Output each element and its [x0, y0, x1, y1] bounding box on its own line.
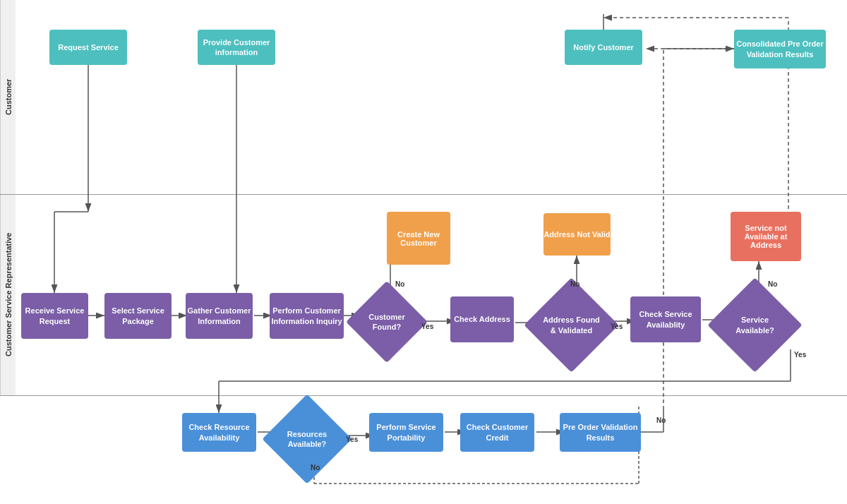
- check-credit-node: Check Customer Credit: [460, 413, 534, 452]
- provide-customer-node: Provide Customer information: [198, 30, 275, 65]
- service-available-node: Service Available?: [721, 292, 788, 359]
- yes-label-2: Yes: [611, 323, 623, 330]
- divider-1: [0, 194, 847, 195]
- divider-2: [0, 395, 847, 396]
- no-label-5: No: [656, 416, 666, 424]
- check-service-node: Check Service Availablity: [630, 296, 701, 342]
- address-found-node: Address Found & Validated: [538, 292, 605, 359]
- request-service-node: Request Service: [49, 30, 127, 65]
- resources-available-node: Resources Available?: [275, 407, 339, 471]
- check-resource-node: Check Resource Availability: [182, 413, 256, 452]
- yes-label-1: Yes: [421, 323, 433, 330]
- swimlane-csr: Customer Service Representative: [0, 194, 16, 395]
- perform-service-node: Perform Service Portability: [369, 413, 443, 452]
- service-not-available-node: Service not Available at Address: [731, 212, 801, 261]
- no-label-3: No: [311, 464, 320, 472]
- yes-label-4: Yes: [794, 351, 806, 359]
- no-label-4: No: [768, 280, 777, 288]
- yes-label-3: Yes: [346, 436, 358, 443]
- consolidated-pre-order-node: Consolidated Pre Order Validation Result…: [734, 30, 826, 68]
- no-label-2: No: [570, 280, 579, 288]
- create-new-customer-node: Create New Customer: [387, 212, 450, 265]
- perform-customer-node: Perform Customer Information Inquiry: [270, 293, 344, 339]
- check-address-node: Check Address: [450, 296, 514, 342]
- no-label-1: No: [395, 280, 404, 288]
- receive-service-node: Receive Service Request: [21, 293, 88, 339]
- diagram-container: Customer Customer Service Representative: [0, 0, 847, 504]
- notify-customer-node: Notify Customer: [565, 30, 642, 65]
- address-not-valid-node: Address Not Valid: [543, 213, 611, 256]
- customer-found-node: Customer Found?: [358, 293, 416, 351]
- pre-order-node: Pre Order Validation Results: [560, 413, 641, 452]
- swimlane-customer: Customer: [0, 0, 16, 194]
- gather-customer-node: Gather Customer Information: [186, 293, 253, 339]
- select-service-node: Select Service Package: [104, 293, 172, 339]
